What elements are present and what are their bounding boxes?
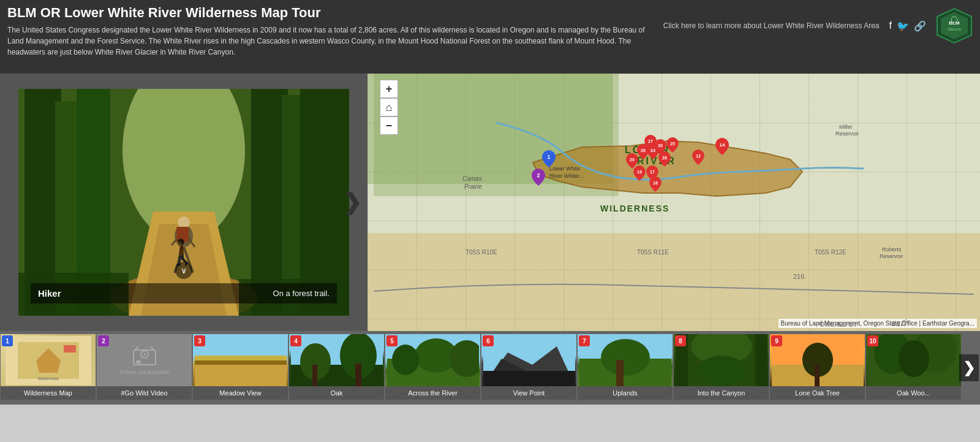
thumbnail-badge-1: 1	[2, 335, 13, 346]
thumbnail-badge-5: 5	[386, 335, 398, 346]
map-marker-28[interactable]: 28	[658, 151, 671, 169]
thumbnail-badge-6: 6	[483, 335, 494, 346]
thumbnail-label-2: #Go Wild Video	[97, 386, 192, 400]
photo-title: Hiker	[38, 288, 61, 299]
header-left: BLM OR Lower White River Wilderness Map …	[7, 5, 663, 58]
svg-text:17: 17	[650, 170, 655, 175]
map-marker-12[interactable]: 12	[692, 150, 704, 167]
esri-logo: esri	[891, 318, 907, 328]
svg-rect-75	[312, 365, 317, 386]
svg-rect-85	[483, 371, 575, 386]
map-attribution: Bureau of Land Management, Oregon State …	[778, 319, 977, 328]
thumbnail-badge-9: 9	[771, 335, 782, 346]
thumbnail-item-4[interactable]: 4 Oak	[289, 334, 384, 402]
app-description: The United States Congress designated th…	[7, 25, 657, 58]
map-background: Camas Prairie Lower White River Wilder..…	[368, 74, 980, 331]
svg-text:2: 2	[537, 172, 540, 178]
map-panel[interactable]: Camas Prairie Lower White River Wilder..…	[368, 74, 980, 331]
thumbnail-image-10	[866, 334, 961, 386]
map-marker-19[interactable]: 19	[633, 166, 646, 183]
thumbnail-image-4	[289, 334, 384, 386]
zoom-in-button[interactable]: +	[380, 80, 398, 98]
svg-text:16: 16	[653, 181, 658, 186]
photo-panel: ∨ Hiker On a forest trail. ❯	[0, 74, 368, 331]
svg-text:Wilderness: Wilderness	[37, 376, 59, 381]
expand-button[interactable]: ∨	[175, 262, 192, 279]
thumbnail-label-3: Meadow View	[193, 386, 288, 400]
thumbnail-item-5[interactable]: 5 Across the River	[385, 334, 480, 402]
svg-rect-66	[136, 360, 141, 364]
thumbnail-badge-3: 3	[194, 335, 205, 346]
header-right: Click here to learn more about Lower Whi…	[663, 5, 973, 44]
zoom-out-button[interactable]: −	[380, 116, 398, 135]
svg-text:14: 14	[720, 142, 725, 148]
map-marker-24[interactable]: 24	[647, 144, 659, 162]
svg-text:12: 12	[696, 154, 701, 159]
thumbnail-label-9: Lone Oak Tree	[770, 386, 865, 400]
svg-point-103	[899, 340, 929, 377]
svg-text:19: 19	[637, 170, 642, 175]
thumbnail-image-3	[193, 334, 288, 386]
thumbnail-item-10[interactable]: 10 Oak Woo...	[866, 334, 961, 402]
thumbnail-item-3[interactable]: 3 Meadow View	[193, 334, 288, 402]
map-marker-1[interactable]: 1	[542, 150, 556, 170]
thumbnail-badge-2: 2	[98, 335, 109, 346]
app-header: BLM OR Lower White River Wilderness Map …	[0, 0, 980, 74]
svg-point-93	[697, 356, 746, 386]
thumbnail-item-1[interactable]: Wilderness 1 Wilderness Map	[1, 334, 96, 402]
thumbnail-image-8	[674, 334, 769, 386]
svg-text:24: 24	[650, 148, 655, 153]
photo-caption: Hiker On a forest trail.	[31, 283, 337, 303]
thumbnail-image-6	[481, 334, 576, 386]
learn-more-link[interactable]: Click here to learn more about Lower Whi…	[663, 21, 880, 30]
svg-rect-60	[64, 345, 76, 352]
thumbnail-label-6: View Point	[481, 386, 576, 400]
thumbnail-label-7: Uplands	[578, 386, 673, 400]
thumbnail-item-7[interactable]: 7 Uplands	[578, 334, 673, 402]
svg-text:26: 26	[641, 148, 646, 153]
svg-rect-98	[815, 365, 820, 386]
thumbnail-label-5: Across the River	[385, 386, 480, 400]
svg-text:27: 27	[648, 139, 653, 144]
zoom-home-button[interactable]: ⌂	[380, 98, 398, 116]
twitter-icon[interactable]: 🐦	[897, 20, 909, 32]
thumbnail-badge-8: 8	[675, 335, 686, 346]
svg-rect-22	[176, 227, 189, 242]
thumbnail-label-10: Oak Woo...	[866, 386, 961, 400]
photo-subtitle: On a forest trail.	[273, 289, 330, 298]
thumbnail-image-9	[770, 334, 865, 386]
thumbnail-image-7	[578, 334, 673, 386]
map-marker-2[interactable]: 2	[532, 169, 545, 188]
main-content: ∨ Hiker On a forest trail. ❯	[0, 74, 980, 331]
svg-point-80	[392, 345, 419, 375]
thumbnail-badge-10: 10	[867, 335, 878, 346]
map-marker-16[interactable]: 16	[649, 177, 662, 194]
map-marker-14[interactable]: 14	[715, 138, 729, 158]
svg-text:25: 25	[670, 142, 675, 147]
svg-text:BLM: BLM	[949, 20, 960, 26]
svg-rect-89	[616, 360, 624, 386]
thumbnail-item-9[interactable]: 9 Lone Oak Tree	[770, 334, 865, 402]
strip-next-button[interactable]: ❯	[959, 354, 979, 381]
esri-powered-by: POWERED BY	[816, 321, 858, 328]
thumbnail-label-8: Into the Canyon	[674, 386, 769, 400]
photo-container: ∨ Hiker On a forest trail.	[18, 89, 349, 316]
svg-rect-70	[195, 356, 287, 360]
svg-rect-76	[355, 364, 361, 386]
thumbnail-badge-4: 4	[290, 335, 301, 346]
svg-text:20: 20	[630, 158, 635, 162]
facebook-icon[interactable]: f	[889, 20, 892, 31]
share-link-icon[interactable]: 🔗	[914, 20, 926, 32]
thumbnail-item-8[interactable]: 8 Into the Canyon	[674, 334, 769, 402]
thumbnail-badge-7: 7	[579, 335, 590, 346]
thumbnail-image-1: Wilderness	[1, 334, 96, 386]
thumbnail-image-2: Picture not available	[97, 334, 192, 386]
desert-area	[368, 233, 980, 331]
thumbnail-item-6[interactable]: 6 View Point	[481, 334, 576, 402]
thumbnail-strip: Wilderness 1 Wilderness Map Picture not …	[0, 331, 980, 405]
thumbnail-item-2[interactable]: Picture not available 2 #Go Wild Video	[97, 334, 192, 402]
next-photo-button[interactable]: ❯	[343, 189, 361, 215]
thumbnail-label-4: Oak	[289, 386, 384, 400]
thumbnail-label-1: Wilderness Map	[1, 386, 96, 400]
app-title: BLM OR Lower White River Wilderness Map …	[7, 5, 663, 21]
